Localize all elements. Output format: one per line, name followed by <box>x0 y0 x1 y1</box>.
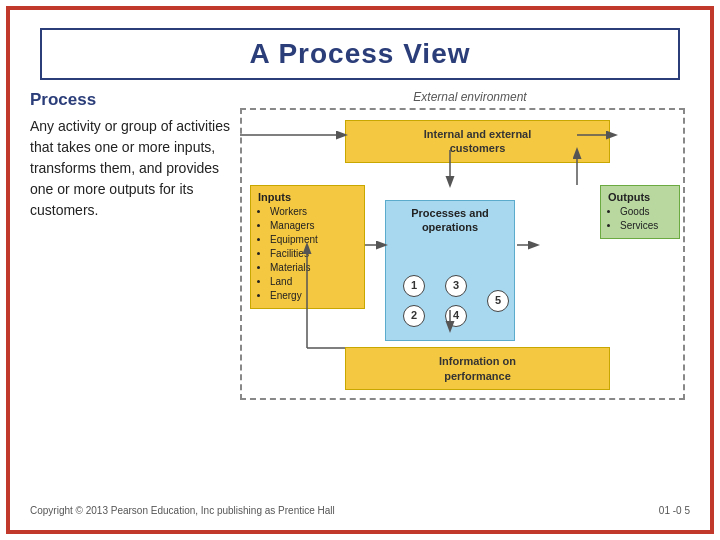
content-area: Process Any activity or group of activit… <box>30 90 690 450</box>
list-item: Facilities <box>270 247 357 261</box>
external-env-label: External environment <box>260 90 680 104</box>
process-label: Process <box>30 90 230 110</box>
process-description: Any activity or group of activities that… <box>30 116 230 221</box>
title-box: A Process View <box>40 28 680 80</box>
diagram-area: External environment Internal and extern… <box>230 90 690 450</box>
slide-number: 01 -0 5 <box>659 505 690 516</box>
processes-circles-area: 1 2 3 4 5 <box>393 275 507 335</box>
list-item: Materials <box>270 261 357 275</box>
list-item: Managers <box>270 219 357 233</box>
customers-box: Internal and external customers <box>345 120 610 163</box>
outputs-title: Outputs <box>608 191 672 203</box>
circle-3: 3 <box>445 275 467 297</box>
inputs-box: Inputs Workers Managers Equipment Facili… <box>250 185 365 309</box>
circle-2: 2 <box>403 305 425 327</box>
list-item: Goods <box>620 205 672 219</box>
list-item: Land <box>270 275 357 289</box>
circle-5: 5 <box>487 290 509 312</box>
outer-border: A Process View Process Any activity or g… <box>6 6 714 534</box>
list-item: Services <box>620 219 672 233</box>
list-item: Workers <box>270 205 357 219</box>
inputs-list: Workers Managers Equipment Facilities Ma… <box>258 205 357 303</box>
info-box: Information on performance <box>345 347 610 390</box>
list-item: Equipment <box>270 233 357 247</box>
list-item: Energy <box>270 289 357 303</box>
circle-1: 1 <box>403 275 425 297</box>
inputs-title: Inputs <box>258 191 357 203</box>
copyright-text: Copyright © 2013 Pearson Education, Inc … <box>30 505 335 516</box>
outputs-box: Outputs Goods Services <box>600 185 680 239</box>
page-title: A Process View <box>249 38 470 69</box>
circle-4: 4 <box>445 305 467 327</box>
processes-box: Processes and operations 1 2 3 4 5 <box>385 200 515 341</box>
left-panel: Process Any activity or group of activit… <box>30 90 230 450</box>
outputs-list: Goods Services <box>608 205 672 233</box>
footer-area: Copyright © 2013 Pearson Education, Inc … <box>30 505 690 516</box>
